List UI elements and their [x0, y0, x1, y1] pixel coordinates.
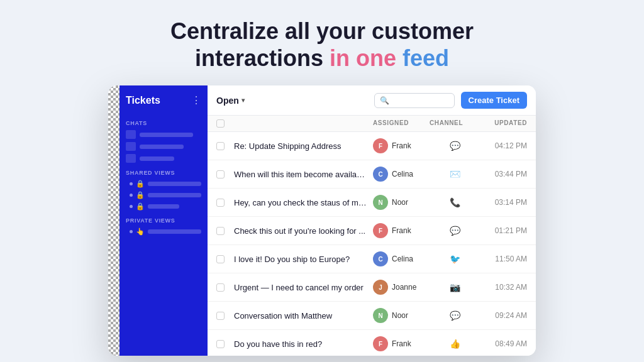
- assigned-name-6: Noor: [392, 311, 408, 320]
- row-checkbox-4[interactable]: [216, 255, 225, 263]
- ticket-subject-0: Re: Update Shipping Address: [234, 141, 373, 151]
- shared-bar-3: [148, 204, 179, 209]
- row-checkbox-cell: [216, 283, 234, 292]
- shared-section-label: SHARED VIEWS: [126, 170, 201, 176]
- assigned-name-2: Noor: [392, 198, 408, 207]
- sidebar-item-chats-3[interactable]: [126, 154, 201, 163]
- table-row[interactable]: Conversation with Matthew N Noor 💬 09:24…: [208, 302, 536, 330]
- table-row[interactable]: Urgent — I need to cancel my order J Joa…: [208, 273, 536, 302]
- row-checkbox-cell: [216, 227, 234, 235]
- dot-icon-3: [130, 205, 133, 208]
- updated-time-6: 09:24 AM: [480, 311, 527, 320]
- channel-cell-2: 📞: [430, 197, 480, 207]
- lock-icon-2: 🔒: [136, 191, 145, 199]
- hero-line2-highlight1: in one: [330, 45, 396, 71]
- channel-cell-0: 💬: [430, 141, 480, 151]
- app-window: Tickets ⋮ CHATS SHARED VIEWS 🔒 🔒: [108, 85, 536, 356]
- channel-icon-7: 👍: [450, 339, 460, 349]
- select-all-checkbox[interactable]: [216, 119, 225, 128]
- row-checkbox-cell: [216, 142, 234, 150]
- private-section-label: PRIVATE VIEWS: [126, 217, 201, 224]
- sidebar-shared-item-2[interactable]: 🔒: [126, 191, 201, 199]
- sidebar-title: Tickets: [126, 95, 160, 106]
- row-checkbox-2[interactable]: [216, 199, 225, 207]
- ticket-subject-3: Check this out if you're looking for ...: [234, 226, 373, 236]
- create-ticket-button[interactable]: Create Ticket: [461, 92, 527, 109]
- hero-line2-normal: interactions: [195, 45, 330, 71]
- assigned-cell-5: J Joanne: [373, 280, 430, 295]
- sidebar-private-item-1[interactable]: 👆: [126, 228, 201, 236]
- header-channel-col: CHANNEL: [430, 119, 480, 128]
- ticket-subject-4: I love it! Do you ship to Europe?: [234, 255, 373, 264]
- avatar-0: F: [373, 138, 388, 153]
- sidebar-item-chats-2[interactable]: [126, 142, 201, 151]
- row-checkbox-1[interactable]: [216, 170, 225, 178]
- toolbar: Open ▾ 🔍 Create Ticket: [208, 85, 536, 116]
- table-row[interactable]: Hey, can you check the staus of my... N …: [208, 189, 536, 217]
- assigned-name-4: Celina: [392, 255, 413, 263]
- header-assigned-col: ASSIGNED: [373, 119, 430, 128]
- channel-cell-5: 📷: [430, 282, 480, 292]
- channel-icon-1: ✉️: [450, 169, 460, 179]
- finger-icon: 👆: [136, 228, 145, 236]
- sidebar-item-chats-1[interactable]: [126, 130, 201, 139]
- hero-line1: Centralize all your customer: [170, 18, 474, 44]
- sidebar-header: Tickets ⋮: [126, 94, 201, 106]
- updated-time-3: 01:21 PM: [480, 226, 527, 235]
- sidebar-menu-icon[interactable]: ⋮: [191, 94, 201, 106]
- row-checkbox-cell: [216, 199, 234, 207]
- ticket-subject-7: Do you have this in red?: [234, 339, 373, 349]
- chevron-down-icon: ▾: [242, 97, 245, 104]
- channel-cell-7: 👍: [430, 339, 480, 349]
- row-checkbox-5[interactable]: [216, 283, 225, 292]
- chat-bar-2: [140, 145, 184, 149]
- hero-line2-highlight2: feed: [396, 45, 449, 71]
- table-header: ASSIGNED CHANNEL UPDATED: [208, 116, 536, 132]
- row-checkbox-cell: [216, 170, 234, 178]
- updated-time-1: 03:44 PM: [480, 170, 527, 178]
- channel-icon-0: 💬: [450, 141, 460, 151]
- chat-bar-3: [140, 156, 174, 161]
- dot-icon-2: [130, 194, 133, 197]
- table-row[interactable]: Re: Update Shipping Address F Frank 💬 04…: [208, 132, 536, 160]
- chat-icon-2: [126, 142, 136, 151]
- row-checkbox-0[interactable]: [216, 142, 225, 150]
- avatar-3: F: [373, 223, 388, 238]
- ticket-subject-2: Hey, can you check the staus of my...: [234, 198, 373, 207]
- chats-section-label: CHATS: [126, 120, 201, 126]
- shared-bar-2: [148, 193, 201, 197]
- table-row[interactable]: Check this out if you're looking for ...…: [208, 217, 536, 245]
- table-row[interactable]: I love it! Do you ship to Europe? C Celi…: [208, 245, 536, 273]
- channel-icon-2: 📞: [450, 197, 460, 207]
- assigned-name-3: Frank: [392, 226, 411, 235]
- channel-icon-4: 🐦: [450, 254, 460, 264]
- channel-icon-6: 💬: [450, 310, 460, 321]
- avatar-4: C: [373, 251, 388, 266]
- search-box: 🔍: [374, 93, 455, 108]
- avatar-7: F: [373, 336, 388, 351]
- channel-cell-6: 💬: [430, 310, 480, 321]
- table-row[interactable]: Do you have this in red? F Frank 👍 08:49…: [208, 330, 536, 356]
- sidebar-shared-item-3[interactable]: 🔒: [126, 202, 201, 211]
- hero-section: Centralize all your customer interaction…: [170, 18, 474, 72]
- shared-bar-1: [148, 182, 201, 186]
- updated-time-5: 10:32 AM: [480, 283, 527, 292]
- filter-dropdown[interactable]: Open ▾: [216, 96, 245, 106]
- table-row[interactable]: When will this item become availabl... C…: [208, 160, 536, 189]
- assigned-cell-0: F Frank: [373, 138, 430, 153]
- row-checkbox-6[interactable]: [216, 312, 225, 320]
- sidebar-shared-item-1[interactable]: 🔒: [126, 180, 201, 188]
- row-checkbox-3[interactable]: [216, 227, 225, 235]
- lock-icon-3: 🔒: [136, 202, 145, 211]
- ticket-subject-1: When will this item become availabl...: [234, 170, 373, 179]
- assigned-name-5: Joanne: [392, 283, 416, 292]
- row-checkbox-7[interactable]: [216, 340, 225, 348]
- channel-cell-3: 💬: [430, 226, 480, 236]
- channel-icon-5: 📷: [450, 282, 460, 292]
- assigned-name-1: Celina: [392, 170, 413, 178]
- assigned-name-0: Frank: [392, 141, 411, 150]
- assigned-cell-7: F Frank: [373, 336, 430, 351]
- updated-time-0: 04:12 PM: [480, 141, 527, 150]
- header-subject-col: [234, 119, 373, 128]
- search-input[interactable]: [392, 96, 449, 105]
